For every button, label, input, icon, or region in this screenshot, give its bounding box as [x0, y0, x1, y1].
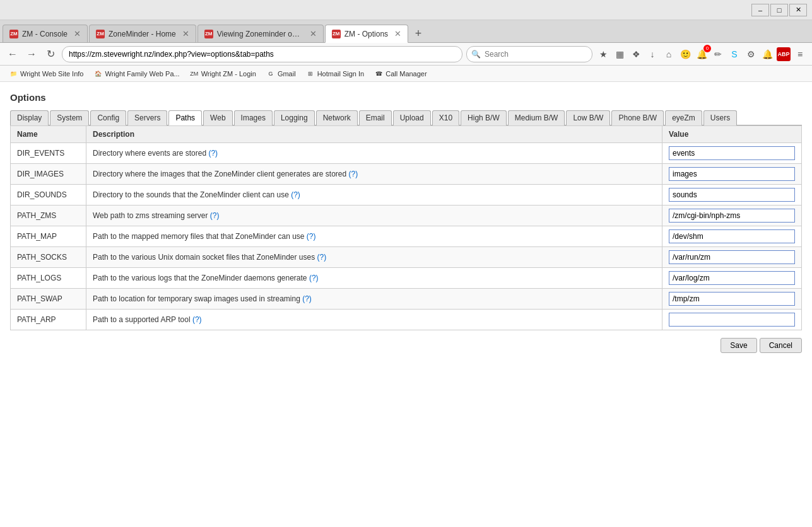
emoji-icon[interactable]: 🙂: [678, 47, 692, 61]
opt-tab-web[interactable]: Web: [203, 110, 232, 125]
settings-icon[interactable]: ⚙: [744, 47, 758, 61]
search-icon: 🔍: [471, 50, 481, 59]
tab-close-icon[interactable]: ✕: [310, 29, 317, 38]
action-buttons: Save Cancel: [10, 338, 802, 353]
bookmark-item-bk4[interactable]: GGmail: [262, 68, 300, 79]
help-link[interactable]: (?): [317, 253, 327, 262]
bookmark-item-bk2[interactable]: 🏠Wright Family Web Pa...: [90, 68, 183, 79]
opt-tab-users[interactable]: Users: [703, 110, 737, 125]
row-value-input[interactable]: [669, 313, 795, 327]
row-description: Path to the various logs that the ZoneMi…: [86, 268, 662, 289]
row-value-input[interactable]: [669, 271, 795, 285]
cancel-button[interactable]: Cancel: [760, 338, 802, 353]
opt-tab-network[interactable]: Network: [316, 110, 358, 125]
home-icon[interactable]: ⌂: [662, 47, 676, 61]
bookmark-label: Wright Web Site Info: [20, 70, 83, 78]
bookmark-item-bk1[interactable]: 📁Wright Web Site Info: [5, 68, 87, 79]
close-button[interactable]: ✕: [789, 4, 807, 16]
star-icon[interactable]: ★: [596, 47, 610, 61]
row-value-input[interactable]: [669, 229, 795, 243]
browser-tab-tab2[interactable]: ZM ZoneMinder - Home ✕: [89, 25, 196, 42]
new-tab-button[interactable]: +: [409, 25, 427, 42]
tab-favicon: ZM: [332, 30, 341, 38]
opt-tab-eyezm[interactable]: eyeZm: [665, 110, 702, 125]
menu-icon[interactable]: ≡: [793, 47, 807, 61]
opt-tab-mediumbw[interactable]: Medium B/W: [508, 110, 565, 125]
download-icon[interactable]: ↓: [645, 47, 659, 61]
window-controls: – □ ✕: [751, 4, 807, 16]
forward-button[interactable]: →: [24, 47, 39, 62]
maximize-button[interactable]: □: [770, 4, 788, 16]
opt-tab-system[interactable]: System: [50, 110, 89, 125]
row-value-input[interactable]: [669, 167, 795, 181]
row-name: PATH_LOGS: [11, 268, 86, 289]
row-value-input[interactable]: [669, 188, 795, 202]
opt-tab-display[interactable]: Display: [10, 110, 49, 125]
row-value-cell: [662, 143, 802, 164]
abp-icon[interactable]: ABP: [777, 47, 791, 61]
address-bar: ← → ↻ 🔍 ★ ▦ ❖ ↓ ⌂ 🙂 🔔 0 ✏ S ⚙ 🔔 ABP ≡: [0, 43, 812, 66]
reader-icon[interactable]: ▦: [613, 47, 627, 61]
help-link[interactable]: (?): [309, 274, 319, 282]
help-link[interactable]: (?): [192, 315, 202, 324]
reload-button[interactable]: ↻: [43, 47, 58, 62]
minimize-button[interactable]: –: [751, 4, 769, 16]
opt-tab-phonebw[interactable]: Phone B/W: [611, 110, 664, 125]
row-description: Path to the mapped memory files that tha…: [86, 226, 662, 247]
bookmark-item-bk5[interactable]: ⊞Hotmail Sign In: [302, 68, 368, 79]
row-value-input[interactable]: [669, 292, 795, 306]
tab-close-icon[interactable]: ✕: [394, 29, 401, 38]
bookmark-label: Hotmail Sign In: [317, 70, 365, 78]
url-bar[interactable]: [62, 46, 462, 62]
bookmark-label: Wright Family Web Pa...: [105, 70, 179, 78]
help-link[interactable]: (?): [291, 190, 300, 199]
row-value-cell: [662, 164, 802, 185]
help-link[interactable]: (?): [307, 232, 316, 241]
col-header-name: Name: [11, 126, 86, 143]
row-value-input[interactable]: [669, 146, 795, 160]
page-title: Options: [10, 92, 802, 103]
help-link[interactable]: (?): [208, 149, 218, 158]
browser-tab-tab1[interactable]: ZM ZM - Console ✕: [3, 25, 88, 42]
bookmark-item-bk6[interactable]: ☎Call Manager: [370, 68, 430, 79]
alerts-icon[interactable]: 🔔: [760, 47, 774, 61]
save-button[interactable]: Save: [721, 338, 756, 353]
col-header-value: Value: [662, 126, 802, 143]
row-value-input[interactable]: [669, 209, 795, 223]
help-link[interactable]: (?): [302, 294, 312, 303]
screenshot-icon[interactable]: ✏: [711, 47, 725, 61]
opt-tab-upload[interactable]: Upload: [393, 110, 431, 125]
notification-badge: 0: [703, 45, 711, 52]
back-button[interactable]: ←: [5, 47, 20, 62]
opt-tab-config[interactable]: Config: [90, 110, 126, 125]
bookmark-item-bk3[interactable]: ZMWright ZM - Login: [186, 68, 260, 79]
bookmark-icon: ☎: [374, 69, 383, 78]
tab-favicon: ZM: [204, 30, 213, 38]
opt-tab-lowbw[interactable]: Low B/W: [566, 110, 610, 125]
opt-tab-logging[interactable]: Logging: [274, 110, 315, 125]
browser-tab-tab3[interactable]: ZM Viewing Zoneminder on t... ✕: [197, 25, 324, 42]
opt-tab-servers[interactable]: Servers: [127, 110, 167, 125]
row-value-cell: [662, 310, 802, 330]
browser-icons: ★ ▦ ❖ ↓ ⌂ 🙂 🔔 0 ✏ S ⚙ 🔔 ABP ≡: [596, 47, 807, 61]
opt-tab-images[interactable]: Images: [234, 110, 273, 125]
tab-favicon: ZM: [9, 30, 18, 38]
row-value-cell: [662, 226, 802, 247]
pocket-icon[interactable]: ❖: [629, 47, 643, 61]
skype-icon[interactable]: S: [727, 47, 741, 61]
search-input[interactable]: [466, 46, 592, 62]
opt-tab-x10[interactable]: X10: [432, 110, 459, 125]
opt-tab-highbw[interactable]: High B/W: [461, 110, 507, 125]
help-link[interactable]: (?): [349, 170, 358, 178]
browser-tab-tab4[interactable]: ZM ZM - Options ✕: [325, 25, 408, 43]
opt-tab-email[interactable]: Email: [359, 110, 392, 125]
row-description: Path to a supported ARP tool (?): [86, 310, 662, 330]
row-value-cell: [662, 206, 802, 226]
row-value-input[interactable]: [669, 250, 795, 264]
tab-close-icon[interactable]: ✕: [182, 29, 189, 38]
opt-tab-paths[interactable]: Paths: [168, 110, 202, 125]
notification-icon[interactable]: 🔔 0: [695, 47, 709, 61]
bookmark-label: Wright ZM - Login: [201, 70, 256, 78]
help-link[interactable]: (?): [210, 211, 220, 220]
tab-close-icon[interactable]: ✕: [74, 29, 81, 38]
